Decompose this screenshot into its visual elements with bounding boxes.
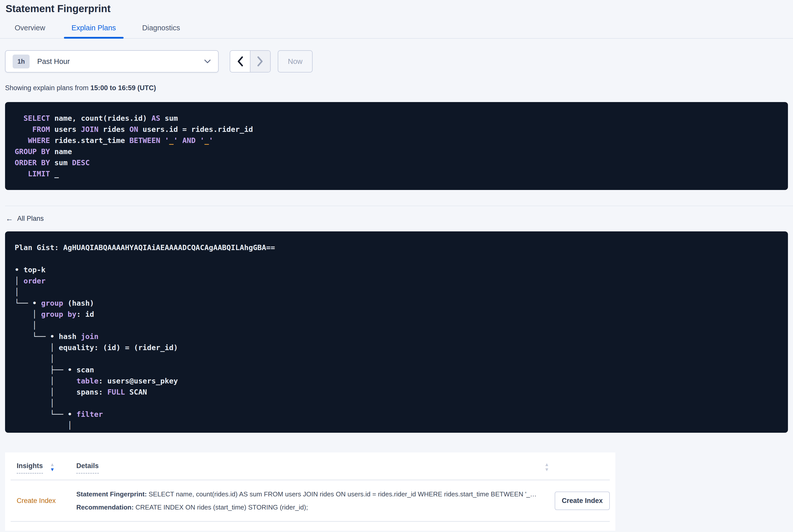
- page-title: Statement Fingerprint: [5, 2, 788, 15]
- insights-sort-icon[interactable]: ▲ ▼: [50, 462, 55, 472]
- time-range-dropdown[interactable]: 1h Past Hour: [5, 50, 219, 73]
- insights-table-card: Insights ▲ ▼ Details ▲ ▼ Create Index: [5, 452, 615, 531]
- plan-gist-label: Plan Gist:: [15, 243, 59, 252]
- statement-fingerprint-line: Statement Fingerprint: SELECT name, coun…: [76, 490, 549, 498]
- time-pager: [230, 50, 271, 73]
- recommendation-text: CREATE INDEX ON rides (start_time) STORI…: [134, 504, 308, 511]
- sql-statement-preview: SELECT name, count(rides.id) AS sum FROM…: [5, 102, 788, 190]
- create-index-button[interactable]: Create Index: [555, 492, 610, 510]
- sort-desc-icon: ▼: [544, 467, 549, 472]
- next-time-button[interactable]: [250, 51, 270, 72]
- tab-overview[interactable]: Overview: [7, 24, 53, 38]
- details-column-header[interactable]: Details ▲ ▼: [76, 462, 549, 474]
- plan-tree: • top-k│ order│└── • group (hash) │ grou…: [15, 253, 778, 431]
- explain-plans-page: Statement Fingerprint Overview Explain P…: [0, 2, 793, 531]
- insight-cell: Create Index: [11, 497, 76, 505]
- recommendation-label: Recommendation:: [76, 504, 134, 511]
- details-cell: Statement Fingerprint: SELECT name, coun…: [76, 490, 549, 512]
- details-header-label: Details: [76, 462, 99, 474]
- showing-plans-prefix: Showing explain plans from: [5, 84, 91, 92]
- create-index-link[interactable]: Create Index: [17, 497, 56, 505]
- statement-fingerprint-text: SELECT name, count(rides.id) AS sum FROM…: [147, 490, 537, 498]
- insights-column-header[interactable]: Insights ▲ ▼: [11, 462, 76, 474]
- section-divider: [5, 206, 793, 206]
- plan-gist-box: Plan Gist: AgHUAQIABQAAAAHYAQIAiAEAAAADC…: [5, 231, 788, 433]
- action-cell: Create Index: [549, 492, 610, 510]
- chevron-down-icon: [204, 59, 211, 64]
- back-arrow-icon: ←: [5, 214, 13, 223]
- previous-time-button[interactable]: [230, 51, 250, 72]
- all-plans-back-link[interactable]: ← All Plans: [5, 214, 44, 223]
- details-sort-icon[interactable]: ▲ ▼: [544, 462, 549, 472]
- recommendation-line: Recommendation: CREATE INDEX ON rides (s…: [76, 503, 549, 512]
- insights-header-label: Insights: [17, 462, 43, 474]
- tab-diagnostics[interactable]: Diagnostics: [135, 24, 188, 38]
- duration-badge: 1h: [13, 55, 30, 69]
- tab-explain-plans[interactable]: Explain Plans: [64, 24, 124, 38]
- table-row: Create Index Statement Fingerprint: SELE…: [11, 480, 610, 521]
- insights-table-header: Insights ▲ ▼ Details ▲ ▼: [11, 452, 610, 480]
- sort-asc-icon: ▲: [544, 462, 549, 467]
- sort-asc-icon: ▲: [50, 462, 55, 467]
- now-button[interactable]: Now: [278, 50, 313, 73]
- plan-gist-line: Plan Gist: AgHUAQIABQAAAAHYAQIAiAEAAAADC…: [15, 242, 778, 253]
- table-row-divider: [11, 521, 610, 521]
- chevron-right-icon: [257, 56, 264, 67]
- time-controls: 1h Past Hour Now: [5, 50, 788, 73]
- showing-plans-text: Showing explain plans from 15:00 to 16:5…: [5, 84, 788, 92]
- all-plans-label: All Plans: [17, 215, 44, 223]
- showing-plans-range: 15:00 to 16:59 (UTC): [91, 84, 156, 92]
- sort-desc-icon: ▼: [50, 467, 55, 472]
- statement-fingerprint-label: Statement Fingerprint:: [76, 490, 147, 498]
- plan-gist-value: AgHUAQIABQAAAAHYAQIAiAEAAAADCQACAgAABQIL…: [63, 243, 275, 252]
- tab-bar: Overview Explain Plans Diagnostics: [0, 24, 793, 39]
- chevron-left-icon: [237, 56, 243, 67]
- time-range-label: Past Hour: [37, 57, 70, 66]
